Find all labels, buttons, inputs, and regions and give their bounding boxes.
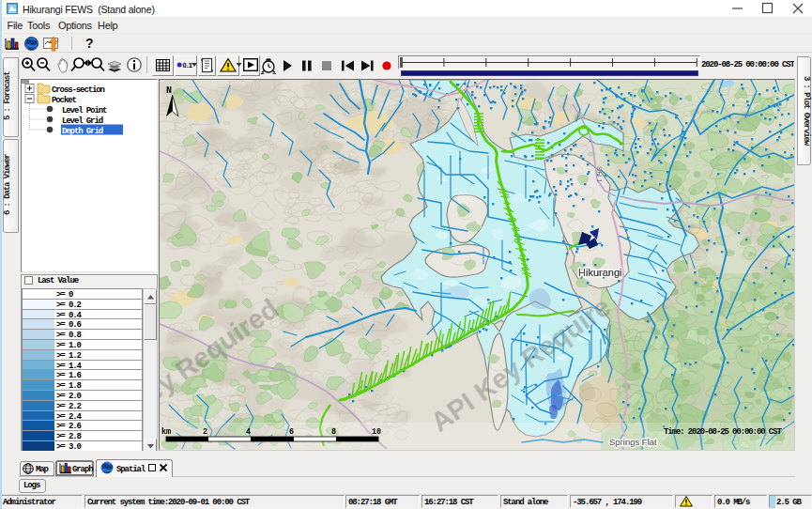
svg-text:Hikurangi: Hikurangi xyxy=(578,267,621,278)
svg-text:N: N xyxy=(166,85,172,96)
svg-text:Cross-section: Cross-section xyxy=(52,85,105,95)
svg-text:8: 8 xyxy=(331,427,336,437)
svg-text:Level Grid: Level Grid xyxy=(62,116,103,126)
svg-text:4: 4 xyxy=(246,427,251,437)
svg-text:Depth Grid: Depth Grid xyxy=(62,127,103,136)
svg-text:Pocket: Pocket xyxy=(52,96,77,105)
svg-text:Level Point: Level Point xyxy=(62,106,107,116)
svg-text:6: 6 xyxy=(289,427,294,437)
svg-text:Time: 2020-08-25 00:00:00 CST: Time: 2020-08-25 00:00:00 CST xyxy=(664,427,782,437)
svg-text:2: 2 xyxy=(203,427,207,437)
svg-text:km: km xyxy=(161,427,171,437)
svg-text:10: 10 xyxy=(372,427,381,437)
svg-text:Springs Flat: Springs Flat xyxy=(609,437,657,447)
svg-text:SH 1: SH 1 xyxy=(595,166,604,183)
